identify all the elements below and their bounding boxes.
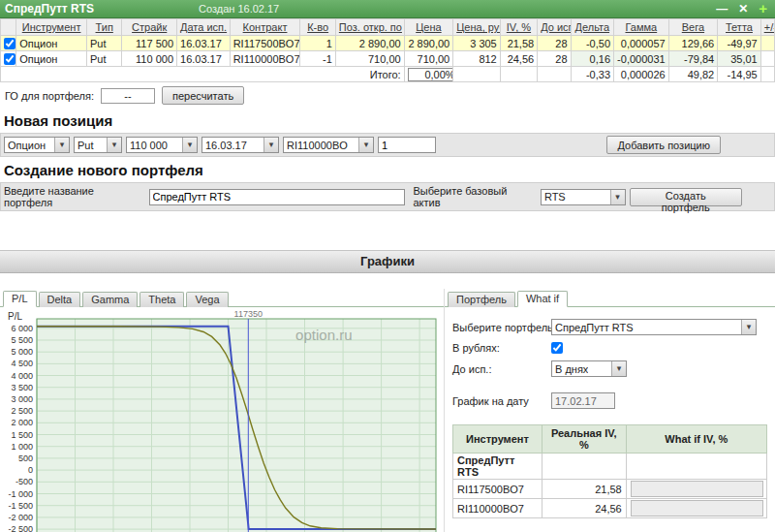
rub-checkbox[interactable] <box>551 342 563 354</box>
totals-row: Итого: 0,00% -0,33 0,000026 49,82 -14,95 <box>1 67 775 82</box>
chevron-down-icon: ▾ <box>610 190 625 204</box>
column-header[interactable]: Поз. откр. по <box>339 21 402 33</box>
column-header[interactable]: До исп. <box>541 21 571 33</box>
minimize-icon[interactable]: — <box>716 3 728 15</box>
tab-theta[interactable]: Theta <box>140 292 184 307</box>
window-header: СпредПутт RTS Создан 16.02.17 — ✕ + <box>0 0 775 18</box>
cell-vega: 129,66 <box>668 36 718 51</box>
cell-gamma: 0,000057 <box>614 36 669 51</box>
cell-qty: 1 <box>300 36 335 51</box>
cell-instrument: Опцион <box>16 36 87 51</box>
svg-text:-2 500: -2 500 <box>8 524 33 532</box>
whatif-iv-input[interactable] <box>631 500 763 516</box>
column-header[interactable]: Гамма <box>625 21 657 33</box>
iv-column-header: Реальная IV, % <box>542 425 626 454</box>
column-header[interactable]: Дельта <box>575 21 610 33</box>
iv-header-row: ИнструментРеальная IV, %What if IV, % <box>453 425 767 454</box>
iv-column-header: What if IV, % <box>626 425 766 454</box>
iv-row: RI110000BO724,56 <box>453 499 767 518</box>
chevron-down-icon: ▾ <box>182 138 197 152</box>
cell-theta: -49,97 <box>718 36 761 51</box>
create-portfolio-button[interactable]: Создать портфель <box>630 188 742 206</box>
column-header[interactable]: Контракт <box>243 21 288 33</box>
iv-row: RI117500BO721,58 <box>453 480 767 499</box>
strike-select[interactable]: 110 000▾ <box>126 137 198 153</box>
iv-group-row: СпредПутт RTS <box>453 454 767 480</box>
svg-text:3 500: 3 500 <box>11 383 33 392</box>
window-title: СпредПутт RTS <box>0 2 94 16</box>
cell-instrument: Опцион <box>16 51 87 67</box>
base-asset-select[interactable]: RTS▾ <box>541 189 626 205</box>
chevron-down-icon: ▾ <box>358 138 373 152</box>
close-icon[interactable]: ✕ <box>738 3 748 15</box>
portfolio-name-label: Введите название портфеля <box>4 185 145 208</box>
cell-plus-minus <box>760 36 774 51</box>
cell-gamma: -0,000031 <box>614 51 669 67</box>
cell-iv: 21,58 <box>500 36 537 51</box>
cell-exp_date: 16.03.17 <box>177 51 231 67</box>
cell-exp_date: 16.03.17 <box>177 36 231 51</box>
charts-area: P/LDeltaGammaThetaVega option.ru1173506 … <box>0 289 775 532</box>
column-header[interactable]: +/- <box>764 21 775 33</box>
new-portfolio-heading: Создание нового портфеля <box>4 162 771 178</box>
tab-what-if[interactable]: What if <box>517 291 568 307</box>
expiration-select[interactable]: 16.03.17▾ <box>202 137 279 153</box>
column-header[interactable]: Инструмент <box>22 21 81 33</box>
cell-open_pos: 2 890,00 <box>335 36 404 51</box>
go-value: -- <box>101 88 155 104</box>
position-row-checkbox[interactable] <box>4 53 16 65</box>
cell-vega: -79,84 <box>668 51 718 67</box>
position-row-checkbox[interactable] <box>4 38 16 49</box>
go-label: ГО для портфеля: <box>5 90 94 102</box>
totals-vega: 49,82 <box>668 67 718 82</box>
chevron-down-icon: ▾ <box>741 320 756 334</box>
column-header[interactable]: IV, % <box>507 21 531 33</box>
quantity-input[interactable] <box>378 137 436 153</box>
tab-vega[interactable]: Vega <box>186 292 228 307</box>
svg-text:4 500: 4 500 <box>11 359 33 368</box>
tab-p-l[interactable]: P/L <box>3 291 37 307</box>
column-header[interactable]: Вега <box>682 21 704 33</box>
iv-real-value: 21,58 <box>542 480 626 499</box>
portfolio-name-input[interactable] <box>149 189 406 205</box>
cell-contract: RI117500BO7 <box>230 36 300 51</box>
add-icon[interactable]: + <box>759 3 767 15</box>
chart-title: P/L <box>8 311 22 322</box>
column-header[interactable]: Страйк <box>132 21 167 33</box>
contract-select[interactable]: RI110000BO▾ <box>283 137 374 153</box>
chart-date-input[interactable] <box>551 392 615 409</box>
checkbox-column-header <box>1 19 16 36</box>
svg-text:6 000: 6 000 <box>11 324 33 333</box>
column-header[interactable]: Тип <box>96 21 113 33</box>
chart-panel: P/LDeltaGammaThetaVega option.ru1173506 … <box>0 289 444 532</box>
tab-портфель[interactable]: Портфель <box>448 292 515 307</box>
instrument-select[interactable]: Опцион▾ <box>4 137 70 153</box>
add-position-button[interactable]: Добавить позицию <box>606 136 721 154</box>
svg-text:3 000: 3 000 <box>11 394 33 404</box>
column-header[interactable]: Дата исп. <box>180 21 227 33</box>
new-position-row: Опцион▾ Put▾ 110 000▾ 16.03.17▾ RI110000… <box>0 133 775 157</box>
cell-strike: 110 000 <box>122 51 177 67</box>
option-type-select[interactable]: Put▾ <box>74 137 122 153</box>
tab-delta[interactable]: Delta <box>39 292 81 307</box>
tab-gamma[interactable]: Gamma <box>82 292 138 307</box>
svg-text:-1 000: -1 000 <box>8 489 33 499</box>
column-header[interactable]: Цена <box>416 21 441 33</box>
days-mode-select[interactable]: В днях▾ <box>551 360 627 377</box>
totals-delta: -0,33 <box>571 67 614 82</box>
column-header[interactable]: Тетта <box>726 21 753 33</box>
iv-group-name: СпредПутт RTS <box>453 454 542 480</box>
chevron-down-icon: ▾ <box>611 361 626 376</box>
recalculate-button[interactable]: пересчитать <box>162 86 244 105</box>
charts-section-title: Графики <box>0 250 775 273</box>
portfolio-select[interactable]: СпредПутт RTS▾ <box>551 319 757 335</box>
svg-text:500: 500 <box>18 454 33 463</box>
whatif-iv-input[interactable] <box>631 481 763 497</box>
cell-price_rub: 812 <box>453 51 501 67</box>
cell-iv: 24,56 <box>500 51 537 67</box>
totals-percent: 0,00% <box>408 68 453 81</box>
cell-contract: RI110000BO7 <box>230 51 300 67</box>
pl-chart: option.ru1173506 0005 5005 0004 5004 000… <box>0 307 444 532</box>
column-header[interactable]: Цена, руб. <box>456 21 500 33</box>
column-header[interactable]: К-во <box>307 21 328 33</box>
